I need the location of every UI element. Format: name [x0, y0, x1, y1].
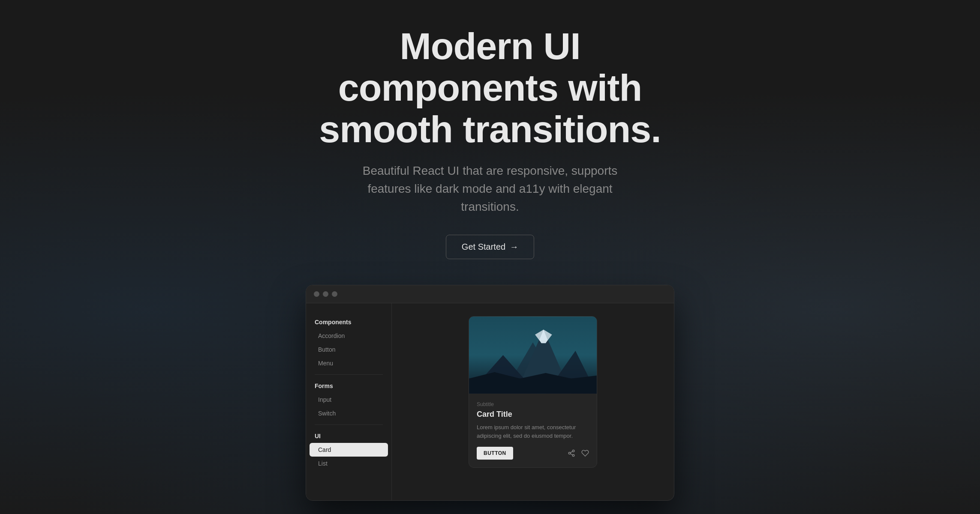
card-title: Card Title [477, 410, 589, 419]
page-wrapper: Modern UI components with smooth transit… [0, 0, 980, 514]
hero-section: Modern UI components with smooth transit… [297, 26, 683, 259]
sidebar-divider-2 [315, 424, 383, 425]
sidebar-item-menu[interactable]: Menu [310, 356, 388, 370]
hero-subtitle: Beautiful React UI that are responsive, … [344, 162, 636, 216]
window-content: Components Accordion Button Menu Forms I… [306, 303, 674, 500]
sidebar: Components Accordion Button Menu Forms I… [306, 303, 392, 500]
traffic-light-green [332, 291, 337, 297]
card-action-button[interactable]: BUTTON [477, 447, 513, 460]
main-content: Subtitle Card Title Lorem ipsum dolor si… [392, 303, 674, 500]
sidebar-item-accordion[interactable]: Accordion [310, 329, 388, 343]
card-image-svg [469, 317, 597, 394]
sidebar-section-ui: UI [306, 429, 391, 443]
svg-line-12 [570, 454, 572, 455]
card-icon-actions [568, 449, 589, 457]
sidebar-item-button[interactable]: Button [310, 343, 388, 356]
traffic-light-red [314, 291, 319, 297]
share-icon[interactable] [568, 449, 575, 457]
card-component: Subtitle Card Title Lorem ipsum dolor si… [469, 316, 597, 468]
sidebar-item-card[interactable]: Card [310, 443, 388, 457]
card-actions: BUTTON [477, 447, 589, 460]
card-subtitle: Subtitle [477, 401, 589, 407]
sidebar-item-list[interactable]: List [310, 457, 388, 470]
window-titlebar [306, 285, 674, 303]
card-image [469, 317, 597, 394]
sidebar-section-components: Components [306, 315, 391, 329]
svg-line-13 [570, 451, 572, 453]
sidebar-item-switch[interactable]: Switch [310, 406, 388, 420]
app-window: Components Accordion Button Menu Forms I… [306, 285, 674, 501]
card-text: Lorem ipsum dolor sit amet, consectetur … [477, 423, 589, 440]
heart-icon[interactable] [581, 449, 589, 457]
card-body: Subtitle Card Title Lorem ipsum dolor si… [469, 394, 597, 467]
get-started-button[interactable]: Get Started → [446, 235, 534, 259]
sidebar-divider-1 [315, 374, 383, 375]
traffic-light-yellow [323, 291, 328, 297]
hero-title: Modern UI components with smooth transit… [297, 26, 683, 150]
sidebar-section-forms: Forms [306, 379, 391, 393]
sidebar-item-input[interactable]: Input [310, 393, 388, 406]
